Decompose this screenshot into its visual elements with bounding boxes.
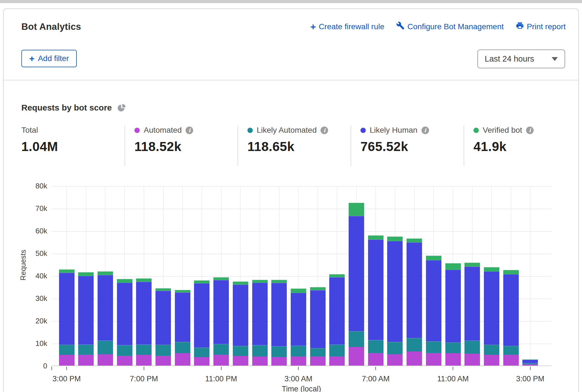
- bar-segment-likely-human[interactable]: [78, 276, 94, 344]
- bar-segment-likely-automated[interactable]: [349, 331, 364, 347]
- bar-segment-automated[interactable]: [291, 356, 306, 366]
- configure-bot-management-link[interactable]: Configure Bot Management: [396, 21, 504, 32]
- bar-segment-automated[interactable]: [194, 357, 209, 366]
- bar-segment-likely-automated[interactable]: [387, 342, 403, 354]
- bar-segment-likely-automated[interactable]: [271, 346, 287, 357]
- bar-segment-likely-automated[interactable]: [252, 345, 268, 357]
- bar-segment-automated[interactable]: [310, 356, 326, 366]
- bar-segment-likely-human[interactable]: [117, 283, 132, 345]
- bar-segment-likely-human[interactable]: [445, 270, 461, 343]
- bar-segment-automated[interactable]: [503, 355, 519, 366]
- bar-segment-verified-bot[interactable]: [117, 279, 132, 283]
- bar-segment-automated[interactable]: [175, 353, 190, 366]
- bar-segment-likely-automated[interactable]: [78, 344, 94, 355]
- bar-segment-automated[interactable]: [484, 355, 499, 366]
- bar-segment-likely-automated[interactable]: [59, 345, 75, 355]
- bar-segment-verified-bot[interactable]: [252, 280, 268, 283]
- bar-segment-likely-automated[interactable]: [407, 338, 422, 352]
- bar-segment-verified-bot[interactable]: [291, 289, 306, 293]
- bar-segment-likely-automated[interactable]: [117, 345, 132, 356]
- bar-segment-verified-bot[interactable]: [213, 277, 229, 280]
- info-icon[interactable]: i: [186, 127, 193, 134]
- bar-segment-automated[interactable]: [407, 352, 422, 366]
- bar-segment-verified-bot[interactable]: [464, 263, 480, 267]
- bar-segment-automated[interactable]: [522, 364, 538, 366]
- bar-segment-verified-bot[interactable]: [407, 238, 422, 242]
- bar-segment-likely-human[interactable]: [252, 283, 268, 345]
- bar-segment-likely-automated[interactable]: [368, 340, 384, 353]
- bar-segment-likely-automated[interactable]: [213, 344, 229, 355]
- bar-segment-likely-automated[interactable]: [175, 342, 190, 353]
- bar-segment-verified-bot[interactable]: [271, 280, 287, 283]
- bar-segment-likely-human[interactable]: [522, 360, 538, 363]
- bar-segment-verified-bot[interactable]: [426, 256, 441, 260]
- bar-segment-automated[interactable]: [155, 356, 171, 366]
- bar-segment-likely-human[interactable]: [368, 240, 384, 340]
- bar-segment-automated[interactable]: [233, 356, 248, 366]
- bar-segment-likely-human[interactable]: [59, 273, 75, 345]
- bar-segment-likely-automated[interactable]: [310, 348, 326, 356]
- print-report-link[interactable]: Print report: [516, 21, 566, 32]
- bar-segment-verified-bot[interactable]: [175, 290, 190, 292]
- bar-segment-verified-bot[interactable]: [194, 280, 209, 283]
- bar-segment-verified-bot[interactable]: [59, 269, 75, 273]
- bar-segment-verified-bot[interactable]: [484, 267, 499, 271]
- bar-segment-automated[interactable]: [464, 354, 480, 366]
- bar-segment-likely-human[interactable]: [194, 283, 209, 348]
- bar-segment-likely-automated[interactable]: [155, 345, 171, 356]
- bar-segment-likely-human[interactable]: [310, 290, 326, 348]
- bar-segment-likely-human[interactable]: [329, 277, 345, 344]
- bar-segment-automated[interactable]: [329, 356, 345, 366]
- bar-segment-likely-automated[interactable]: [426, 341, 441, 353]
- bar-segment-likely-automated[interactable]: [233, 346, 248, 356]
- bar-segment-automated[interactable]: [387, 354, 403, 366]
- bar-segment-likely-automated[interactable]: [98, 341, 113, 354]
- bar-segment-likely-human[interactable]: [407, 242, 422, 338]
- bar-segment-likely-human[interactable]: [233, 285, 248, 346]
- info-icon[interactable]: i: [321, 127, 328, 134]
- bar-segment-automated[interactable]: [271, 357, 287, 366]
- bar-segment-likely-human[interactable]: [503, 274, 519, 346]
- bar-segment-verified-bot[interactable]: [78, 272, 94, 276]
- create-firewall-rule-link[interactable]: + Create firewall rule: [310, 22, 384, 31]
- bar-segment-automated[interactable]: [117, 356, 132, 366]
- add-filter-button[interactable]: + Add filter: [21, 50, 77, 67]
- bar-segment-verified-bot[interactable]: [155, 288, 171, 291]
- bar-segment-verified-bot[interactable]: [233, 281, 248, 285]
- bar-segment-verified-bot[interactable]: [310, 287, 326, 290]
- bar-segment-likely-automated[interactable]: [522, 363, 538, 364]
- bar-segment-likely-human[interactable]: [213, 280, 229, 344]
- bar-segment-automated[interactable]: [213, 355, 229, 366]
- bar-segment-likely-automated[interactable]: [484, 345, 499, 355]
- bar-segment-likely-human[interactable]: [175, 292, 190, 342]
- info-icon[interactable]: i: [421, 127, 429, 134]
- bar-segment-likely-human[interactable]: [426, 260, 441, 341]
- bar-segment-verified-bot[interactable]: [522, 359, 538, 360]
- bar-segment-likely-human[interactable]: [484, 271, 499, 345]
- bar-segment-likely-human[interactable]: [291, 293, 306, 346]
- bar-segment-automated[interactable]: [78, 355, 94, 366]
- bar-segment-automated[interactable]: [349, 347, 364, 366]
- bar-segment-likely-automated[interactable]: [194, 348, 209, 357]
- bar-segment-automated[interactable]: [368, 353, 384, 366]
- info-icon[interactable]: i: [526, 127, 534, 134]
- bar-segment-verified-bot[interactable]: [136, 278, 152, 282]
- bar-segment-likely-human[interactable]: [349, 216, 364, 331]
- bar-segment-automated[interactable]: [98, 354, 113, 366]
- bar-segment-verified-bot[interactable]: [503, 270, 519, 274]
- time-range-select[interactable]: Last 24 hours: [477, 49, 565, 68]
- bar-segment-automated[interactable]: [426, 353, 441, 366]
- bar-segment-verified-bot[interactable]: [329, 274, 345, 277]
- bar-segment-verified-bot[interactable]: [445, 263, 461, 270]
- bar-segment-automated[interactable]: [445, 353, 461, 366]
- bar-segment-likely-human[interactable]: [136, 282, 152, 344]
- bar-segment-likely-human[interactable]: [387, 241, 403, 342]
- bar-segment-likely-automated[interactable]: [503, 346, 519, 355]
- bar-segment-verified-bot[interactable]: [98, 271, 113, 275]
- bar-segment-likely-human[interactable]: [155, 291, 171, 345]
- bar-segment-verified-bot[interactable]: [368, 235, 384, 240]
- bar-segment-likely-automated[interactable]: [329, 344, 345, 356]
- bar-segment-automated[interactable]: [59, 355, 75, 366]
- bar-segment-likely-automated[interactable]: [464, 341, 480, 354]
- bar-segment-automated[interactable]: [136, 355, 152, 366]
